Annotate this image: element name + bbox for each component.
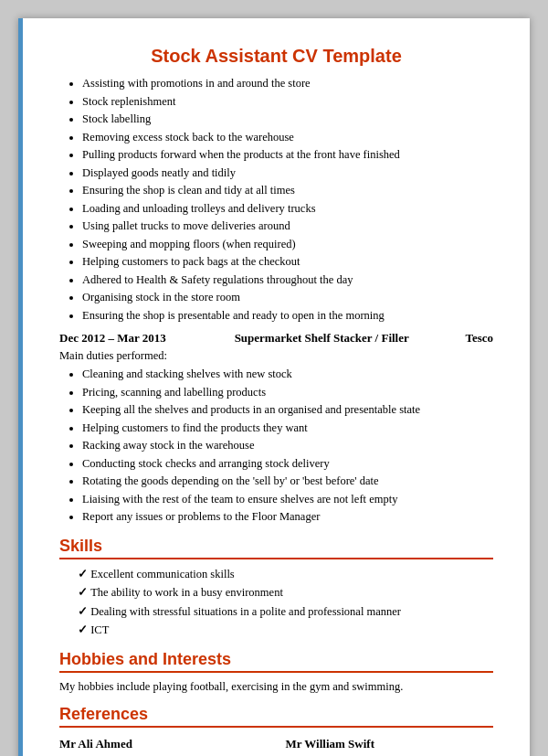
job-company: Tesco [465, 331, 493, 346]
list-item: Racking away stock in the warehouse [82, 438, 493, 454]
list-item: Report any issues or problems to the Flo… [82, 509, 493, 526]
job-dates: Dec 2012 – Mar 2013 [59, 331, 178, 346]
hobbies-text: My hobbies include playing football, exe… [59, 680, 493, 694]
list-item: Dealing with stressful situations in a p… [78, 604, 493, 621]
hobbies-rule [59, 671, 493, 673]
job1-duties-list: Cleaning and stacking shelves with new s… [82, 367, 493, 526]
skills-rule [59, 558, 493, 559]
list-item: Stock replenishment [82, 94, 493, 111]
references-grid: Mr Ali Ahmed Store Manager, 1&1 Shopping… [59, 735, 493, 757]
list-item: Assisting with promotions in and around … [82, 76, 493, 92]
ref1-role: Store Manager, 1&1 Shopping [59, 752, 268, 756]
skills-list: Excellent communication skillsThe abilit… [78, 567, 493, 639]
job-title: Supermarket Shelf Stacker / Filler [187, 331, 456, 346]
references-heading: References [59, 705, 493, 724]
list-item: Displayed goods neatly and tidily [82, 165, 493, 182]
list-item: Organising stock in the store room [82, 290, 493, 306]
list-item: The ability to work in a busy environmen… [78, 585, 493, 602]
list-item: Keeping all the shelves and products in … [82, 402, 493, 419]
list-item: Helping customers to pack bags at the ch… [82, 254, 493, 271]
list-item: Stock labelling [82, 112, 493, 128]
references-rule [59, 726, 493, 728]
list-item: Conducting stock checks and arranging st… [82, 456, 493, 473]
list-item: Loading and unloading trolleys and deliv… [82, 201, 493, 218]
list-item: Removing excess stock back to the wareho… [82, 130, 493, 146]
list-item: Ensuring the shop is presentable and rea… [82, 308, 493, 325]
list-item: Liaising with the rest of the team to en… [82, 492, 493, 508]
cv-page: Stock Assistant CV Template Assisting wi… [18, 18, 530, 756]
list-item: Pricing, scanning and labelling products [82, 385, 493, 401]
list-item: Ensuring the shop is clean and tidy at a… [82, 183, 493, 199]
ref2-name: Mr William Swift [286, 735, 494, 753]
list-item: Rotating the goods depending on the 'sel… [82, 474, 493, 490]
previous-duties-list: Assisting with promotions in and around … [82, 76, 493, 324]
ref1-block: Mr Ali Ahmed Store Manager, 1&1 Shopping… [59, 735, 268, 757]
list-item: Helping customers to find the products t… [82, 421, 493, 437]
list-item: Pulling products forward when the produc… [82, 147, 493, 164]
ref1-name: Mr Ali Ahmed [59, 735, 268, 753]
list-item: Excellent communication skills [78, 567, 493, 583]
ref2-block: Mr William Swift Stock Manager, Tesco Ad… [286, 735, 494, 757]
list-item: Cleaning and stacking shelves with new s… [82, 367, 493, 383]
list-item: Sweeping and mopping floors (when requir… [82, 237, 493, 253]
list-item: Adhered to Health & Safety regulations t… [82, 272, 493, 289]
hobbies-heading: Hobbies and Interests [59, 650, 493, 669]
list-item: Using pallet trucks to move deliveries a… [82, 218, 493, 235]
ref2-role: Stock Manager, Tesco [286, 752, 494, 756]
main-duties-label: Main duties performed: [59, 349, 493, 363]
list-item: ICT [78, 623, 493, 639]
page-title: Stock Assistant CV Template [59, 46, 493, 67]
job-header: Dec 2012 – Mar 2013 Supermarket Shelf St… [59, 331, 493, 346]
skills-heading: Skills [59, 537, 493, 556]
